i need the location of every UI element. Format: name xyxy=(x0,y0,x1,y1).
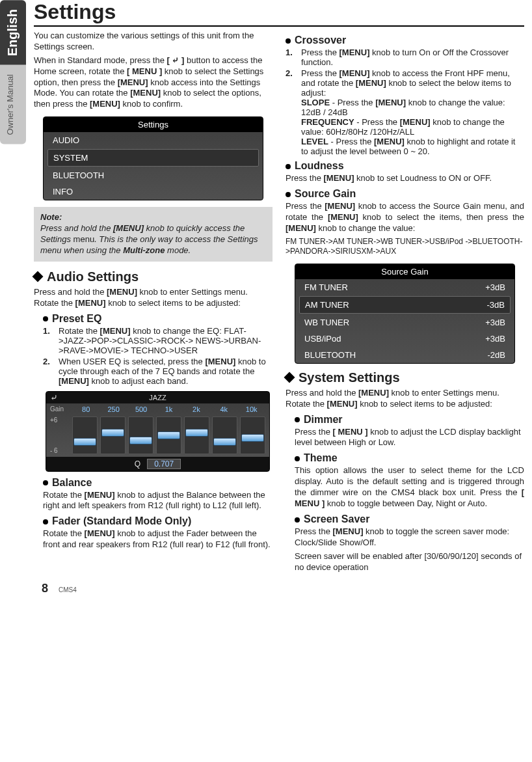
theme-heading: Theme xyxy=(295,452,524,464)
eq-gain-label: Gain xyxy=(50,405,72,413)
balance-heading: Balance xyxy=(43,477,273,489)
eq-q-value: 0.707 xyxy=(147,459,181,469)
balance-text: Rotate the [MENU] knob to adjust the Bal… xyxy=(43,490,273,512)
screen-saver-heading: Screen Saver xyxy=(295,513,524,525)
loudness-heading: Loudness xyxy=(286,160,524,172)
page-title: Settings xyxy=(34,0,524,27)
settings-panel: Settings AUDIOSYSTEMBLUETOOTHINFO xyxy=(43,116,263,200)
source-gain-row: AM TUNER-3dB xyxy=(299,296,511,314)
crossover-step-2: 2. Press the [MENU] knob to access the F… xyxy=(286,68,524,156)
dimmer-text: Press the [ MENU ] knob to adjust the LC… xyxy=(295,427,524,449)
theme-text: This option allows the user to select th… xyxy=(295,465,524,510)
dimmer-heading: Dimmer xyxy=(295,414,524,426)
eq-slider xyxy=(212,416,237,454)
page-number: 8 xyxy=(42,582,48,595)
eq-slider xyxy=(128,416,153,454)
source-gain-panel-title: Source Gain xyxy=(295,264,514,279)
system-settings-heading: System Settings xyxy=(286,370,524,385)
settings-row: SYSTEM xyxy=(47,149,259,167)
preset-step-2: 2. When USER EQ is selected, press the [… xyxy=(43,357,273,386)
eq-q-label: Q xyxy=(135,459,140,469)
audio-intro: Press and hold the [MENU] knob to enter … xyxy=(34,287,273,309)
back-icon: ⤶ xyxy=(50,392,58,403)
right-column: Crossover 1. Press the [MENU] knob to tu… xyxy=(286,31,524,575)
eq-title: JAZZ xyxy=(149,394,166,401)
source-gain-row: USB/iPod+3dB xyxy=(295,331,514,347)
preset-step-1: 1. Rotate the [MENU] knob to change the … xyxy=(43,326,273,355)
eq-panel: ⤶ JAZZ Gain 80 250 500 1k 2k 4k 10k xyxy=(46,391,270,472)
left-column: You can customize the various settings o… xyxy=(34,31,273,575)
model-id: CMS4 xyxy=(59,586,77,593)
settings-panel-title: Settings xyxy=(44,117,263,132)
source-gain-row: WB TUNER+3dB xyxy=(295,314,514,331)
source-gain-row: FM TUNER+3dB xyxy=(295,279,514,295)
crossover-heading: Crossover xyxy=(286,34,524,46)
source-gain-chain: FM TUNER->AM TUNER->WB TUNER->USB/iPod -… xyxy=(286,237,524,257)
eq-slider xyxy=(156,416,181,454)
system-intro: Press and hold the [MENU] knob to enter … xyxy=(286,388,524,410)
crossover-step-1: 1. Press the [MENU] knob to turn On or O… xyxy=(286,48,524,67)
tab-manual: Owner's Manual xyxy=(0,65,26,144)
settings-row: INFO xyxy=(44,184,263,200)
tab-language: English xyxy=(0,0,26,65)
preset-eq-heading: Preset EQ xyxy=(43,313,273,325)
eq-slider xyxy=(72,416,98,454)
screen-saver-text-2: Screen saver will be enabled after [30/6… xyxy=(295,551,524,573)
intro-p1: You can customize the various settings o… xyxy=(34,31,273,53)
page-footer: 8 CMS4 xyxy=(34,582,524,595)
loudness-text: Press the [MENU] knob to set Loudness to… xyxy=(286,173,524,184)
eq-slider xyxy=(240,416,265,454)
side-tab-column: English Owner's Manual xyxy=(0,0,26,595)
eq-slider xyxy=(100,416,126,454)
fader-heading: Fader (Standard Mode Only) xyxy=(43,515,273,527)
source-gain-text: Press the [MENU] knob to access the Sour… xyxy=(286,201,524,234)
intro-p2: When in Standard mode, press the [ ⤶ ] b… xyxy=(34,55,273,110)
eq-slider xyxy=(184,416,209,454)
settings-row: BLUETOOTH xyxy=(44,167,263,184)
screen-saver-text: Press the [MENU] knob to toggle the scre… xyxy=(295,526,524,549)
note-box: Note: Press and hold the [MENU] knob to … xyxy=(34,207,273,262)
fader-text: Rotate the [MENU] knob to adjust the Fad… xyxy=(43,528,273,551)
settings-row: AUDIO xyxy=(44,132,263,148)
source-gain-heading: Source Gain xyxy=(286,188,524,200)
source-gain-row: BLUETOOTH-2dB xyxy=(295,347,514,363)
audio-settings-heading: Audio Settings xyxy=(34,269,273,284)
source-gain-panel: Source Gain FM TUNER+3dBAM TUNER-3dBWB T… xyxy=(295,264,515,364)
